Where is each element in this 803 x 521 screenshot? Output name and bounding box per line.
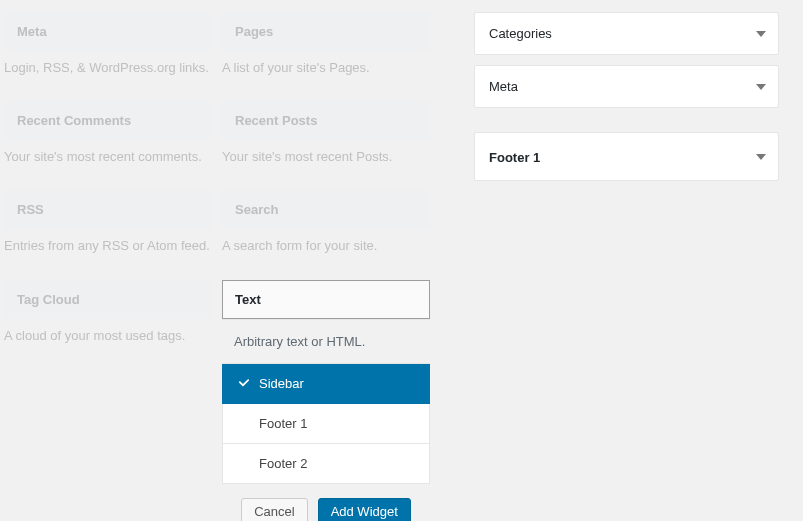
widget-title: Tag Cloud bbox=[4, 280, 212, 319]
check-icon bbox=[237, 376, 251, 390]
widget-title: RSS bbox=[4, 190, 212, 229]
caret-down-icon bbox=[756, 82, 766, 92]
widget-pages[interactable]: Pages A list of your site's Pages. bbox=[222, 0, 430, 89]
widget-title: Recent Posts bbox=[222, 101, 430, 140]
widget-desc: Your site's most recent Posts. bbox=[222, 148, 430, 178]
widget-recent-posts[interactable]: Recent Posts Your site's most recent Pos… bbox=[222, 89, 430, 178]
area-option-footer-1[interactable]: Footer 1 bbox=[222, 404, 430, 444]
area-option-label: Sidebar bbox=[259, 376, 304, 391]
sidebar-widget-label: Meta bbox=[489, 79, 518, 94]
area-option-sidebar[interactable]: Sidebar bbox=[222, 364, 430, 404]
widget-meta[interactable]: Meta Login, RSS, & WordPress.org links. bbox=[4, 0, 212, 89]
area-option-label: Footer 2 bbox=[259, 456, 307, 471]
widget-title: Text bbox=[222, 280, 430, 319]
widget-rss[interactable]: RSS Entries from any RSS or Atom feed. bbox=[4, 178, 212, 267]
widget-desc: Login, RSS, & WordPress.org links. bbox=[4, 59, 212, 89]
area-option-footer-2[interactable]: Footer 2 bbox=[222, 444, 430, 484]
widget-desc: Entries from any RSS or Atom feed. bbox=[4, 237, 212, 267]
widget-desc: Arbitrary text or HTML. bbox=[222, 327, 430, 363]
widget-title: Recent Comments bbox=[4, 101, 212, 140]
widget-search[interactable]: Search A search form for your site. bbox=[222, 178, 430, 267]
cancel-button[interactable]: Cancel bbox=[241, 498, 307, 521]
widget-tag-cloud[interactable]: Tag Cloud A cloud of your most used tags… bbox=[4, 268, 212, 357]
widget-title: Pages bbox=[222, 12, 430, 51]
widget-area-chooser: Sidebar Footer 1 Footer 2 bbox=[222, 363, 430, 484]
area-option-label: Footer 1 bbox=[259, 416, 307, 431]
sidebar-widget-categories[interactable]: Categories bbox=[474, 12, 779, 55]
widget-desc: A list of your site's Pages. bbox=[222, 59, 430, 89]
widget-area-label: Footer 1 bbox=[489, 150, 540, 165]
add-widget-button[interactable]: Add Widget bbox=[318, 498, 411, 521]
sidebar-open-area: Categories Meta bbox=[474, 12, 779, 108]
widget-title: Search bbox=[222, 190, 430, 229]
widget-desc: A cloud of your most used tags. bbox=[4, 327, 212, 357]
widget-area-footer-1[interactable]: Footer 1 bbox=[474, 132, 779, 181]
caret-down-icon bbox=[756, 152, 766, 162]
widget-desc: A search form for your site. bbox=[222, 237, 430, 267]
widget-desc: Your site's most recent comments. bbox=[4, 148, 212, 178]
sidebar-widget-label: Categories bbox=[489, 26, 552, 41]
widget-action-row: Cancel Add Widget bbox=[222, 484, 430, 521]
widget-recent-comments[interactable]: Recent Comments Your site's most recent … bbox=[4, 89, 212, 178]
sidebar-widget-meta[interactable]: Meta bbox=[474, 65, 779, 108]
caret-down-icon bbox=[756, 29, 766, 39]
widget-title: Meta bbox=[4, 12, 212, 51]
widget-text[interactable]: Text Arbitrary text or HTML. Sidebar Foo… bbox=[222, 268, 430, 521]
